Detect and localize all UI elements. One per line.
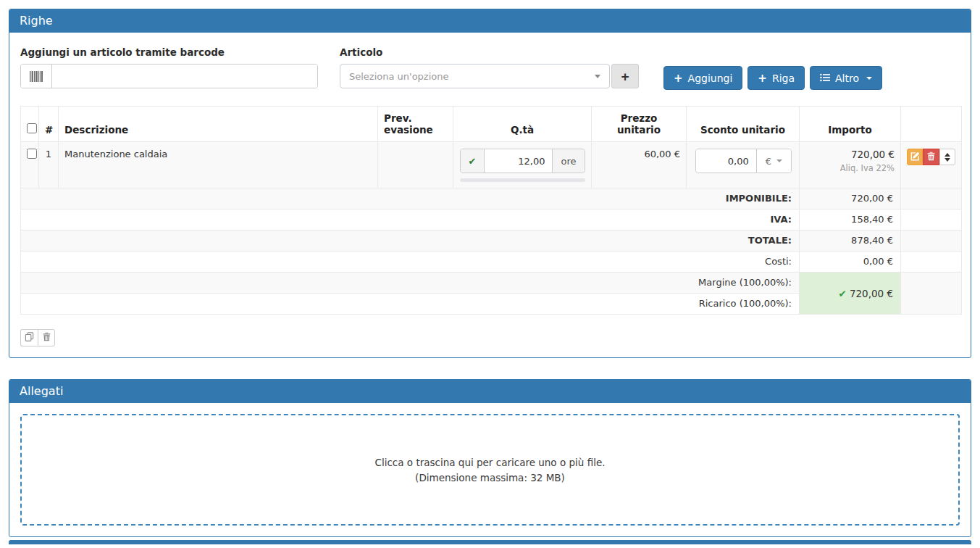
discount-input-group: € [695,149,792,173]
file-upload-dropzone[interactable]: Clicca o trascina qui per caricare uno o… [20,414,960,526]
discount-input[interactable] [696,149,756,173]
barcode-field-group: Aggiungi un articolo tramite barcode [20,43,318,88]
margine-value-cell: ✔720,00 € [800,273,901,315]
delete-rows-button[interactable] [38,329,55,346]
row-number: 1 [39,142,59,188]
righe-panel-body: Aggiungi un articolo tramite barcode [9,33,971,357]
select-all-checkbox[interactable] [27,123,37,133]
sort-arrows-icon [945,153,950,162]
aggiungi-button[interactable]: + Aggiungi [663,66,742,90]
righe-panel-header: Righe [9,9,971,33]
col-prezzo: Prezzo unitario [592,107,687,142]
allegati-panel-title: Allegati [20,384,63,398]
costi-value: 0,00 € [800,252,901,273]
row-importo: 720,00 € [805,149,895,160]
trash-icon [43,332,51,344]
reorder-row-handle[interactable] [939,149,955,165]
totale-value: 878,40 € [800,231,901,252]
table-header-row: # Descrizione Prev. evasione Q.tà Prezzo… [21,107,962,142]
table-row: 1 Manutenzione caldaia ✔ ore [21,142,962,188]
articolo-label: Articolo [340,46,639,58]
row-sconto-cell: € [687,142,800,188]
barcode-icon [21,65,52,88]
plus-icon: + [758,72,767,85]
evasione-progress-bar [460,178,585,182]
iva-value: 158,40 € [800,209,901,231]
riga-button[interactable]: + Riga [747,66,805,90]
row-aliquota-iva: Aliq. Iva 22% [805,163,895,173]
barcode-label: Aggiungi un articolo tramite barcode [20,46,318,58]
barcode-input-group [20,64,318,88]
quantity-input-group: ✔ ore [460,149,585,173]
col-importo: Importo [800,107,901,142]
barcode-input[interactable] [52,65,317,88]
chevron-down-icon [595,75,600,78]
plus-icon: + [674,72,683,85]
add-articolo-button[interactable]: + [611,64,639,88]
allegati-panel: Allegati Clicca o trascina qui per caric… [9,379,971,537]
dropzone-text-line1: Clicca o trascina qui per caricare uno o… [375,457,606,468]
quantity-ok-check-icon: ✔ [461,149,485,173]
col-prev-evasione: Prev. evasione [378,107,453,142]
col-actions [901,107,962,142]
articolo-select[interactable]: Seleziona un'opzione [340,64,610,88]
caret-down-icon [776,159,782,162]
duplicate-rows-button[interactable] [20,329,38,346]
righe-table: # Descrizione Prev. evasione Q.tà Prezzo… [20,106,962,315]
articolo-field-group: Articolo Seleziona un'opzione + [340,43,639,88]
row-toolbar: + Aggiungi + Riga [663,43,882,90]
row-actions-cell [901,142,962,188]
col-sconto: Sconto unitario [687,107,800,142]
row-checkbox[interactable] [27,149,37,159]
summary-row-iva: IVA: 158,40 € [21,209,962,231]
copy-icon [25,332,34,344]
altro-dropdown-button[interactable]: Altro [810,66,882,90]
righe-panel: Righe Aggiungi un articolo tramite barco… [9,9,971,358]
select-all-cell [21,107,39,142]
row-qta-cell: ✔ ore [453,142,592,188]
quantity-input[interactable] [485,149,552,173]
summary-row-imponibile: IMPONIBILE: 720,00 € [21,188,962,209]
delete-row-button[interactable] [923,149,939,165]
imponibile-value: 720,00 € [800,188,901,209]
add-row-form: Aggiungi un articolo tramite barcode [20,43,960,90]
next-panel-header-strip [9,540,971,544]
list-icon [820,72,830,84]
discount-type-dropdown[interactable]: € [756,149,791,173]
page: Righe Aggiungi un articolo tramite barco… [0,0,980,544]
col-descrizione: Descrizione [59,107,378,142]
dropzone-text-line2: (Dimensione massima: 32 MB) [415,472,565,483]
summary-row-margine: Margine (100,00%): ✔720,00 € [21,273,962,294]
edit-row-button[interactable] [907,149,923,165]
trash-icon [927,151,935,163]
col-num: # [39,107,59,142]
row-importo-cell: 720,00 € Aliq. Iva 22% [800,142,901,188]
summary-row-costi: Costi: 0,00 € [21,252,962,273]
col-qta: Q.tà [453,107,592,142]
summary-row-totale: TOTALE: 878,40 € [21,231,962,252]
row-select-cell [21,142,39,188]
pencil-square-icon [910,151,920,163]
allegati-panel-header: Allegati [9,380,971,403]
row-prezzo-unitario: 60,00 € [592,142,687,188]
row-prev-evasione [378,142,453,188]
check-icon: ✔ [839,288,847,299]
unit-of-measure-label: ore [552,149,584,173]
righe-panel-title: Righe [20,14,53,28]
bulk-actions-group [20,329,55,346]
allegati-panel-body: Clicca o trascina qui per caricare uno o… [9,403,971,536]
margine-value: 720,00 € [850,288,893,299]
row-descrizione: Manutenzione caldaia [59,142,378,188]
articolo-select-placeholder: Seleziona un'opzione [349,71,448,82]
caret-down-icon [866,77,872,80]
